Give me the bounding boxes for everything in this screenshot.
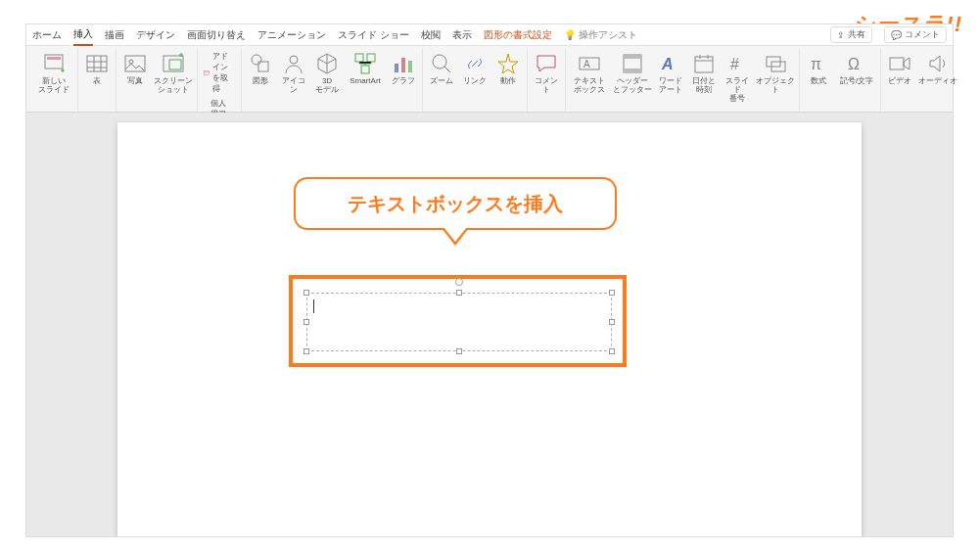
svg-rect-6 [169, 60, 181, 69]
cube-icon [315, 52, 339, 75]
textbox-button[interactable]: A テキスト ボックス [570, 50, 609, 97]
share-button[interactable]: ⇪ 共有 [830, 26, 872, 43]
resize-handle-b[interactable] [456, 348, 462, 354]
screenshot-button[interactable]: スクリーン ショット [154, 50, 193, 97]
resize-handle-bl[interactable] [303, 348, 309, 354]
object-label: オブジェクト [756, 77, 795, 95]
tab-slideshow[interactable]: スライド ショー [338, 25, 409, 45]
video-button[interactable]: ビデオ [885, 50, 914, 88]
header-footer-button[interactable]: ヘッダー とフッター [613, 50, 652, 97]
tab-home[interactable]: ホーム [32, 25, 62, 45]
resize-handle-l[interactable] [303, 319, 309, 325]
svg-rect-7 [204, 71, 209, 75]
shapes-button[interactable]: 図形 [246, 50, 275, 88]
comment-label: コメント [532, 77, 561, 95]
bulb-icon: 💡 [564, 29, 576, 40]
comment-icon: 💬 [891, 30, 902, 40]
get-addins-label: アドインを取得 [212, 51, 235, 94]
comments-button[interactable]: 💬 コメント [884, 26, 947, 43]
icons-button[interactable]: アイコン [279, 50, 308, 97]
svg-rect-16 [395, 64, 398, 72]
pictures-label: 写真 [127, 77, 143, 86]
action-icon [496, 52, 520, 75]
tab-insert[interactable]: 挿入 [73, 24, 93, 46]
action-button[interactable]: 動作 [493, 50, 523, 88]
group-symbols: π 数式 Ω 記号/文字 [800, 48, 881, 112]
resize-handle-br[interactable] [609, 348, 615, 354]
comment-label: コメント [905, 28, 940, 41]
audio-label: オーディオ [918, 77, 957, 86]
text-cursor [313, 299, 314, 313]
callout-text: テキストボックスを挿入 [348, 191, 563, 217]
comment-bubble-icon [535, 52, 558, 75]
icons-icon [282, 52, 305, 75]
tab-review[interactable]: 校閲 [421, 25, 441, 45]
textbox-label: テキスト ボックス [574, 77, 605, 95]
ribbon-tabs: ホーム 挿入 描画 デザイン 画面切り替え アニメーション スライド ショー 校… [26, 24, 953, 46]
assist-label: 操作アシスト [579, 28, 637, 42]
3dmodels-button[interactable]: 3D モデル [312, 50, 342, 97]
get-addins-button[interactable]: アドインを取得 [202, 50, 237, 95]
svg-rect-26 [695, 57, 713, 72]
svg-rect-17 [401, 58, 405, 72]
equation-button[interactable]: π 数式 [804, 50, 833, 88]
tab-draw[interactable]: 描画 [105, 25, 124, 45]
rotate-handle[interactable] [455, 278, 463, 286]
header-footer-icon [621, 52, 644, 75]
audio-button[interactable]: オーディオ [918, 50, 957, 88]
hash-icon: # [725, 52, 749, 75]
inserted-textbox[interactable] [306, 293, 612, 351]
tab-transitions[interactable]: 画面切り替え [187, 25, 246, 45]
svg-text:#: # [730, 56, 739, 72]
chart-button[interactable]: グラフ [389, 50, 418, 88]
resize-handle-r[interactable] [609, 319, 615, 325]
svg-text:A: A [583, 59, 590, 69]
svg-point-19 [433, 55, 446, 69]
equation-label: 数式 [811, 77, 826, 86]
calendar-icon [692, 52, 716, 75]
link-button[interactable]: リンク [460, 50, 490, 88]
link-label: リンク [463, 77, 487, 86]
audio-icon [926, 52, 950, 75]
symbol-button[interactable]: Ω 記号/文字 [837, 50, 876, 88]
shapes-label: 図形 [253, 77, 268, 86]
date-time-button[interactable]: 日付と 時刻 [689, 50, 719, 97]
smartart-label: SmartArt [350, 77, 381, 86]
tab-animations[interactable]: アニメーション [257, 25, 326, 45]
annotation-highlight [289, 275, 627, 367]
tab-view[interactable]: 表示 [452, 25, 472, 45]
resize-handle-tl[interactable] [303, 290, 309, 296]
tab-shape-format[interactable]: 図形の書式設定 [484, 25, 552, 45]
wordart-button[interactable]: A ワード アート [656, 50, 685, 97]
link-icon [463, 52, 487, 75]
comment-button[interactable]: コメント [532, 50, 561, 97]
tab-design[interactable]: デザイン [136, 25, 175, 45]
pictures-button[interactable]: 写真 [120, 50, 150, 88]
smartart-button[interactable]: SmartArt [346, 50, 385, 88]
slide-number-button[interactable]: # スライド 番号 [723, 50, 752, 105]
pi-icon: π [807, 52, 830, 75]
zoom-button[interactable]: ズーム [427, 50, 456, 88]
table-icon [85, 52, 109, 75]
group-media: ビデオ オーディオ [881, 48, 961, 112]
new-slide-button[interactable]: 新しい スライド [34, 50, 73, 97]
ribbon-insert: 新しい スライド 表 写真 スクリーン ショット [26, 46, 953, 113]
object-button[interactable]: オブジェクト [756, 50, 795, 97]
svg-text:π: π [811, 56, 821, 72]
svg-rect-15 [361, 66, 369, 73]
group-addins: アドインを取得 個人用アドイン ▾ [198, 48, 242, 112]
group-tables: 表 [78, 48, 117, 112]
svg-rect-14 [367, 54, 375, 62]
table-button[interactable]: 表 [82, 50, 112, 88]
table-label: 表 [93, 77, 101, 86]
header-footer-label: ヘッダー とフッター [613, 77, 652, 95]
slide-canvas[interactable]: テキストボックスを挿入 [117, 122, 862, 536]
zoom-label: ズーム [430, 77, 453, 86]
pictures-icon [123, 52, 147, 75]
resize-handle-tr[interactable] [609, 290, 615, 296]
store-icon [204, 66, 210, 79]
new-slide-label: 新しい スライド [38, 77, 70, 95]
tell-me-assist[interactable]: 💡 操作アシスト [564, 28, 637, 42]
resize-handle-t[interactable] [456, 290, 462, 296]
video-label: ビデオ [888, 77, 911, 86]
